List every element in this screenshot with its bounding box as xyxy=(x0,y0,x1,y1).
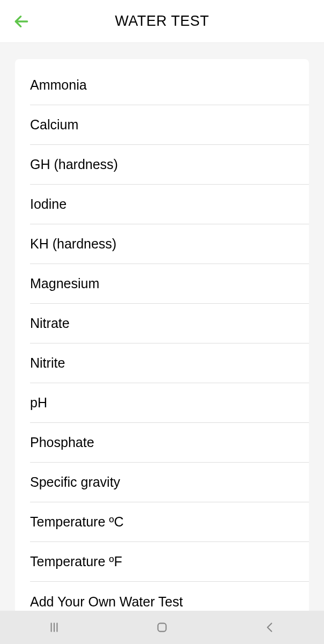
list-item-magnesium[interactable]: Magnesium xyxy=(30,264,309,304)
list-item-label: Ammonia xyxy=(30,77,87,93)
list-item-kh-hardness[interactable]: KH (hardness) xyxy=(30,224,309,264)
recents-icon xyxy=(47,620,61,634)
nav-home-button[interactable] xyxy=(141,617,183,638)
app-header: WATER TEST xyxy=(0,0,324,43)
list-item-calcium[interactable]: Calcium xyxy=(30,105,309,145)
list-item-nitrite[interactable]: Nitrite xyxy=(30,343,309,383)
list-item-label: Magnesium xyxy=(30,276,99,291)
content-wrapper: Ammonia Calcium GH (hardness) Iodine KH … xyxy=(0,43,324,621)
back-button[interactable] xyxy=(13,13,30,30)
nav-recents-button[interactable] xyxy=(33,617,76,638)
list-item-label: KH (hardness) xyxy=(30,236,116,252)
list-item-temperature-f[interactable]: Temperature ºF xyxy=(30,542,309,582)
list-item-label: GH (hardness) xyxy=(30,157,118,172)
back-arrow-icon xyxy=(13,13,30,30)
list-item-specific-gravity[interactable]: Specific gravity xyxy=(30,463,309,502)
list-item-gh-hardness[interactable]: GH (hardness) xyxy=(30,145,309,185)
system-nav-bar xyxy=(0,611,324,644)
list-item-label: Nitrite xyxy=(30,355,65,371)
list-item-label: Temperature ºC xyxy=(30,514,123,530)
list-item-label: Phosphate xyxy=(30,435,94,450)
page-title: WATER TEST xyxy=(0,13,324,30)
list-item-label: Calcium xyxy=(30,117,78,133)
list-item-label: Specific gravity xyxy=(30,474,120,490)
home-icon xyxy=(155,620,169,634)
water-test-list: Ammonia Calcium GH (hardness) Iodine KH … xyxy=(15,59,309,621)
list-item-phosphate[interactable]: Phosphate xyxy=(30,423,309,463)
nav-back-button[interactable] xyxy=(248,617,291,638)
list-item-iodine[interactable]: Iodine xyxy=(30,185,309,224)
list-item-label: Temperature ºF xyxy=(30,554,122,569)
list-item-ph[interactable]: pH xyxy=(30,383,309,423)
list-item-nitrate[interactable]: Nitrate xyxy=(30,304,309,343)
list-item-label: Nitrate xyxy=(30,316,70,331)
svg-rect-4 xyxy=(158,623,166,631)
list-item-ammonia[interactable]: Ammonia xyxy=(30,65,309,105)
nav-back-icon xyxy=(263,620,277,634)
list-item-label: pH xyxy=(30,395,47,411)
list-item-label: Add Your Own Water Test xyxy=(30,594,183,610)
list-item-temperature-c[interactable]: Temperature ºC xyxy=(30,502,309,542)
list-item-label: Iodine xyxy=(30,196,67,212)
